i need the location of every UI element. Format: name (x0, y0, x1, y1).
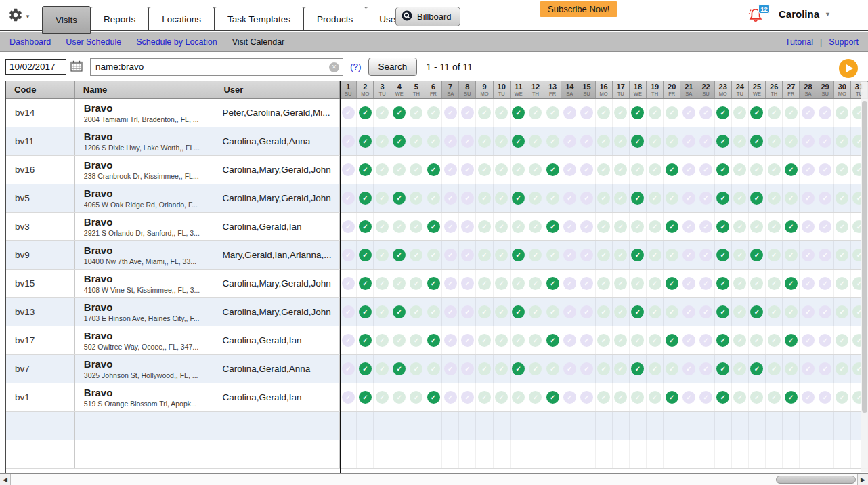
visit-status-circle[interactable]: ✓ (802, 106, 815, 119)
visit-status-circle[interactable]: ✓ (529, 362, 542, 375)
visit-status-circle[interactable]: ✓ (359, 305, 372, 318)
clear-search-button[interactable]: ✕ (329, 62, 339, 72)
visit-status-circle[interactable]: ✓ (750, 220, 763, 233)
visit-status-circle[interactable]: ✓ (750, 391, 763, 404)
visit-status-circle[interactable]: ✓ (478, 362, 491, 375)
table-row[interactable]: bv7Bravo3025 Johnson St, Hollywood,, FL,… (6, 355, 868, 383)
visit-status-circle[interactable]: ✓ (529, 135, 542, 148)
visit-status-circle[interactable]: ✓ (802, 163, 815, 176)
visit-status-circle[interactable]: ✓ (699, 334, 712, 347)
visit-status-circle[interactable]: ✓ (836, 305, 848, 318)
visit-status-circle[interactable]: ✓ (478, 192, 491, 205)
visit-status-circle[interactable]: ✓ (376, 362, 389, 375)
visit-status-circle[interactable]: ✓ (682, 135, 695, 148)
visit-status-circle[interactable]: ✓ (376, 135, 389, 148)
nav-link-user-schedule[interactable]: User Schedule (66, 37, 121, 47)
visit-status-circle[interactable]: ✓ (597, 362, 610, 375)
visit-status-circle[interactable]: ✓ (631, 334, 644, 347)
visit-status-circle[interactable]: ✓ (580, 334, 593, 347)
column-header-code[interactable]: Code (6, 81, 75, 98)
visit-status-circle[interactable]: ✓ (563, 163, 576, 176)
visit-status-circle[interactable]: ✓ (750, 362, 763, 375)
visit-status-circle[interactable]: ✓ (478, 334, 491, 347)
table-row[interactable]: bv3Bravo2921 S Orlando Dr, Sanford,, FL,… (6, 213, 868, 241)
column-header-user[interactable]: User (215, 81, 340, 98)
visit-status-circle[interactable]: ✓ (512, 220, 525, 233)
visit-status-circle[interactable]: ✓ (699, 106, 712, 119)
visit-status-circle[interactable]: ✓ (716, 220, 729, 233)
visit-status-circle[interactable]: ✓ (733, 192, 746, 205)
help-link[interactable]: (?) (350, 62, 362, 72)
visit-status-circle[interactable]: ✓ (359, 277, 372, 290)
visit-status-circle[interactable]: ✓ (768, 277, 781, 290)
visit-status-circle[interactable]: ✓ (682, 277, 695, 290)
visit-status-circle[interactable]: ✓ (461, 391, 474, 404)
visit-status-circle[interactable]: ✓ (716, 334, 729, 347)
visit-status-circle[interactable]: ✓ (682, 163, 695, 176)
visit-status-circle[interactable]: ✓ (768, 305, 781, 318)
visit-status-circle[interactable]: ✓ (546, 305, 559, 318)
tab-locations[interactable]: Locations (149, 7, 215, 31)
visit-status-circle[interactable]: ✓ (785, 135, 798, 148)
visit-status-circle[interactable]: ✓ (836, 249, 848, 261)
visit-status-circle[interactable]: ✓ (666, 192, 678, 205)
visit-status-circle[interactable]: ✓ (785, 305, 798, 318)
visit-status-circle[interactable]: ✓ (461, 362, 474, 375)
visit-status-circle[interactable]: ✓ (836, 277, 848, 290)
visit-status-circle[interactable]: ✓ (359, 106, 372, 119)
visit-status-circle[interactable]: ✓ (750, 277, 763, 290)
visit-status-circle[interactable]: ✓ (802, 220, 815, 233)
visit-status-circle[interactable]: ✓ (410, 362, 422, 375)
visit-status-circle[interactable]: ✓ (342, 106, 355, 119)
visit-status-circle[interactable]: ✓ (478, 135, 491, 148)
visit-status-circle[interactable]: ✓ (444, 249, 457, 261)
visit-status-circle[interactable]: ✓ (750, 135, 763, 148)
visit-status-circle[interactable]: ✓ (444, 305, 457, 318)
visit-status-circle[interactable]: ✓ (563, 362, 576, 375)
visit-status-circle[interactable]: ✓ (819, 106, 831, 119)
visit-status-circle[interactable]: ✓ (733, 391, 746, 404)
visit-status-circle[interactable]: ✓ (819, 249, 831, 261)
visit-status-circle[interactable]: ✓ (393, 163, 406, 176)
tab-visits[interactable]: Visits (42, 6, 91, 34)
visit-status-circle[interactable]: ✓ (597, 192, 610, 205)
visit-status-circle[interactable]: ✓ (597, 334, 610, 347)
visit-status-circle[interactable]: ✓ (359, 362, 372, 375)
visit-status-circle[interactable]: ✓ (529, 106, 542, 119)
visit-status-circle[interactable]: ✓ (785, 277, 798, 290)
visit-status-circle[interactable]: ✓ (614, 305, 627, 318)
visit-status-circle[interactable]: ✓ (427, 249, 440, 261)
visit-status-circle[interactable]: ✓ (444, 135, 457, 148)
visit-status-circle[interactable]: ✓ (819, 391, 831, 404)
play-button[interactable] (839, 59, 858, 78)
visit-status-circle[interactable]: ✓ (614, 362, 627, 375)
visit-status-circle[interactable]: ✓ (495, 163, 508, 176)
visit-status-circle[interactable]: ✓ (682, 106, 695, 119)
visit-status-circle[interactable]: ✓ (699, 135, 712, 148)
visit-status-circle[interactable]: ✓ (836, 163, 848, 176)
visit-status-circle[interactable]: ✓ (733, 277, 746, 290)
visit-status-circle[interactable]: ✓ (393, 362, 406, 375)
visit-status-circle[interactable]: ✓ (512, 192, 525, 205)
settings-menu-button[interactable]: ▼ (8, 7, 38, 26)
visit-status-circle[interactable]: ✓ (768, 391, 781, 404)
visit-status-circle[interactable]: ✓ (546, 220, 559, 233)
visit-status-circle[interactable]: ✓ (699, 249, 712, 261)
visit-status-circle[interactable]: ✓ (444, 391, 457, 404)
visit-status-circle[interactable]: ✓ (666, 220, 678, 233)
horizontal-scroll-thumb[interactable] (776, 476, 856, 484)
visit-status-circle[interactable]: ✓ (768, 163, 781, 176)
visit-status-circle[interactable]: ✓ (666, 106, 678, 119)
visit-status-circle[interactable]: ✓ (768, 249, 781, 261)
visit-status-circle[interactable]: ✓ (461, 249, 474, 261)
visit-status-circle[interactable]: ✓ (785, 220, 798, 233)
table-row[interactable]: bv9Bravo10400 Nw 7th Ave, Miami,, FL, 33… (6, 241, 868, 270)
visit-status-circle[interactable]: ✓ (699, 362, 712, 375)
visit-status-circle[interactable]: ✓ (631, 135, 644, 148)
visit-status-circle[interactable]: ✓ (529, 192, 542, 205)
visit-status-circle[interactable]: ✓ (580, 305, 593, 318)
visit-status-circle[interactable]: ✓ (580, 277, 593, 290)
visit-status-circle[interactable]: ✓ (512, 277, 525, 290)
visit-status-circle[interactable]: ✓ (666, 305, 678, 318)
visit-status-circle[interactable]: ✓ (802, 391, 815, 404)
